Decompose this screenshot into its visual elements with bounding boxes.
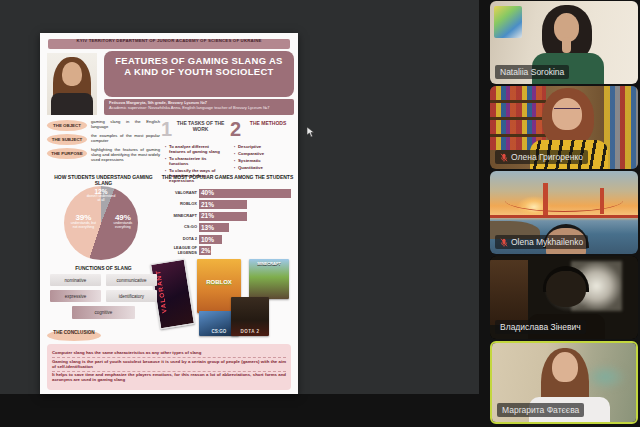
poster-title: FEATURES OF GAMING SLANG AS A KIND OF YO…	[104, 51, 294, 97]
poster-org-header: KYIV TERRITORY DEPARTMENT OF JUNIOR ACAD…	[48, 39, 290, 49]
bar-value-label: 13%	[199, 224, 214, 231]
participant-video-strip: Nataliia Sorokina Олена Григоренко	[490, 0, 640, 427]
methods-item: Descriptive	[234, 145, 291, 150]
tasks-heading: THE TASKS OF THE WORK	[174, 118, 227, 133]
bar: 21%	[199, 212, 247, 221]
muted-mic-icon	[500, 238, 508, 247]
participant-tile[interactable]: Владислава Зіневич	[490, 256, 638, 339]
methods-heading: THE METHODS	[243, 118, 293, 127]
participant-name: Владислава Зіневич	[500, 321, 581, 333]
participant-name: Olena Mykhailenko	[511, 236, 583, 248]
dota2-cover: DOTA 2	[231, 297, 269, 336]
participant-tile[interactable]: Олена Григоренко	[490, 86, 638, 169]
bar: 40%	[199, 189, 291, 198]
bar-value-label: 21%	[199, 201, 214, 208]
participant-name: Олена Григоренко	[511, 151, 583, 163]
bridge-tower	[543, 183, 548, 216]
bar-category-label: DOTA 2	[161, 237, 197, 242]
methods-item: Comparative	[234, 152, 291, 157]
person-face	[552, 98, 582, 130]
object-subject-purpose-rows: THE OBJECTgaming slang in the English la…	[47, 120, 160, 163]
person-head	[546, 271, 586, 307]
bar-row: DOTA 210%	[161, 234, 294, 244]
bar: 13%	[199, 223, 229, 232]
bar-value-label: 21%	[199, 212, 214, 219]
pie-slice-label: 12% doesn't understand at all	[86, 188, 116, 203]
wooden-cabinet	[490, 260, 528, 325]
function-box: identificatory	[106, 290, 157, 302]
bar-value-label: 10%	[199, 236, 214, 243]
poster-supervisor-line: Academic supervisor: Novozhilska Anna, E…	[109, 106, 289, 111]
bar-chart: VALORANT40%ROBLOX21%MINECRAFT21%CS:GO13%…	[161, 188, 294, 256]
intro-label: THE SUBJECT	[47, 134, 87, 145]
author-face	[62, 62, 82, 86]
intro-text: gaming slang in the English language	[91, 120, 160, 130]
intro-row: THE PURPOSEhighlighting the features of …	[47, 148, 160, 162]
bar-category-label: ROBLOX	[161, 202, 197, 207]
participant-tile[interactable]: Маргарита Фатєєва	[490, 341, 638, 424]
person-glasses	[554, 108, 580, 114]
bar: 10%	[199, 235, 222, 244]
participant-name: Маргарита Фатєєва	[502, 404, 579, 416]
author-clothes	[51, 93, 93, 115]
conclusion-point: Gaming slang is the part of youth sociol…	[52, 358, 286, 372]
game-covers-collage: VALORANT ROBLOX MINECRAFT CS:GO DOTA 2	[153, 257, 294, 336]
person-face	[552, 352, 578, 382]
conclusion-label: THE CONCLUSION	[47, 330, 101, 341]
intro-row: THE SUBJECTthe examples of the most popu…	[47, 134, 160, 145]
shared-poster: KYIV TERRITORY DEPARTMENT OF JUNIOR ACAD…	[40, 33, 298, 394]
bar: 21%	[199, 200, 247, 209]
bar: 2%	[199, 246, 211, 255]
mouse-cursor	[306, 126, 316, 138]
bar-category-label: VALORANT	[161, 191, 197, 196]
screen-share-area[interactable]: KYIV TERRITORY DEPARTMENT OF JUNIOR ACAD…	[0, 0, 479, 394]
pie-chart-heading: HOW STUDENTS UNDERSTAND GAMING SLANG	[47, 175, 160, 187]
participant-name-tag: Владислава Зіневич	[495, 320, 586, 334]
bar-category-label: CS:GO	[161, 225, 197, 230]
participant-name: Nataliia Sorokina	[500, 66, 564, 78]
bookshelf-binders	[604, 86, 638, 169]
pie-chart: 12% doesn't understand at all 49% unders…	[64, 186, 138, 260]
conclusion-box: Computer slang has the same characterist…	[47, 344, 291, 390]
intro-row: THE OBJECTgaming slang in the English la…	[47, 120, 160, 131]
bar-chart-heading: THE MOST POPULAR GAMES AMONG THE STUDENT…	[161, 175, 294, 181]
participant-tile[interactable]: Olena Mykhailenko	[490, 171, 638, 254]
bar-value-label: 40%	[199, 189, 214, 196]
meeting-window: KYIV TERRITORY DEPARTMENT OF JUNIOR ACAD…	[0, 0, 640, 427]
bar-row: ROBLOX21%	[161, 200, 294, 210]
pie-slice-label: 39% understands, but not everything	[68, 213, 98, 230]
methods-item: Systematic	[234, 159, 291, 164]
person-hand	[562, 37, 571, 53]
bar-row: MINECRAFT21%	[161, 211, 294, 221]
conclusion-points: Computer slang has the same characterist…	[52, 349, 286, 385]
bar-value-label: 2%	[199, 247, 210, 254]
function-box: communicative	[106, 274, 157, 286]
participant-name-tag: Маргарита Фатєєва	[497, 403, 584, 417]
participant-tile[interactable]: Nataliia Sorokina	[490, 1, 638, 84]
wall-art	[494, 6, 522, 38]
bar-row: VALORANT40%	[161, 188, 294, 198]
participant-name-tag: Nataliia Sorokina	[495, 65, 569, 79]
author-photo	[47, 53, 97, 115]
bridge-tower	[600, 188, 604, 215]
function-box: expressive	[50, 290, 101, 302]
intro-label: THE PURPOSE	[47, 148, 87, 159]
minecraft-cover: MINECRAFT	[249, 259, 289, 299]
conclusion-point: Computer slang has the same characterist…	[52, 349, 286, 358]
intro-text: the examples of the most popular compute…	[91, 134, 160, 144]
bar-category-label: MINECRAFT	[161, 214, 197, 219]
function-box: nominative	[50, 274, 101, 286]
conclusion-point: It helps to save time and emphasize the …	[52, 372, 286, 385]
tasks-list: To analyze different features of gaming …	[161, 142, 227, 189]
bar-row: LEAGUE OF LEGENDS2%	[161, 246, 294, 256]
pie-slice-label: 49% understands everything	[107, 213, 139, 230]
bridge-deck	[490, 215, 638, 218]
methods-section: 2 THE METHODS DescriptiveComparativeSyst…	[230, 118, 293, 182]
tasks-item: To characterize its functions	[165, 157, 225, 167]
methods-item: Quantitative	[234, 166, 291, 171]
muted-mic-icon	[500, 153, 508, 162]
tasks-item: To analyze different features of gaming …	[165, 145, 225, 155]
tasks-number: 1	[161, 118, 172, 141]
methods-number: 2	[230, 118, 241, 141]
participant-name-tag: Olena Mykhailenko	[495, 235, 588, 249]
